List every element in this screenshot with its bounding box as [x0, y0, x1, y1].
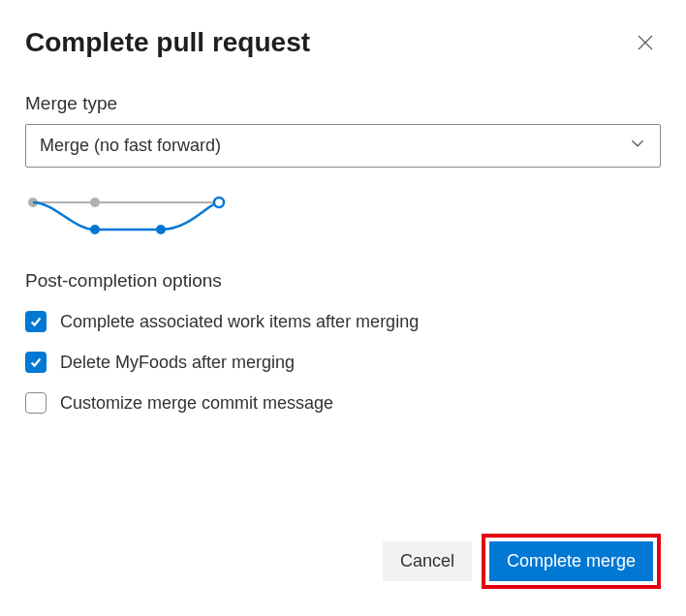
post-completion-label: Post-completion options [25, 270, 661, 292]
checkbox-delete-branch[interactable]: Delete MyFoods after merging [25, 352, 661, 373]
checkbox-label: Delete MyFoods after merging [60, 353, 295, 373]
complete-merge-button[interactable]: Complete merge [489, 541, 653, 581]
checkbox-input[interactable] [25, 392, 47, 414]
merge-type-select[interactable]: Merge (no fast forward) [25, 124, 661, 168]
complete-merge-highlight: Complete merge [482, 534, 661, 589]
dialog-title: Complete pull request [25, 27, 310, 58]
chevron-down-icon [629, 135, 646, 157]
checkbox-input[interactable] [25, 311, 47, 332]
checkbox-label: Customize merge commit message [60, 393, 333, 414]
close-icon [638, 35, 653, 50]
svg-point-6 [156, 225, 166, 234]
checkbox-input[interactable] [25, 352, 47, 373]
merge-diagram [25, 191, 661, 243]
merge-type-label: Merge type [25, 93, 661, 114]
close-button[interactable] [630, 27, 661, 58]
checkbox-complete-work-items[interactable]: Complete associated work items after mer… [25, 311, 661, 332]
svg-point-7 [214, 198, 224, 207]
svg-point-4 [90, 198, 100, 207]
check-icon [29, 315, 43, 328]
checkbox-customize-message[interactable]: Customize merge commit message [25, 392, 661, 414]
svg-point-5 [90, 225, 100, 234]
merge-type-value: Merge (no fast forward) [40, 136, 221, 156]
cancel-button[interactable]: Cancel [383, 541, 472, 581]
check-icon [29, 355, 43, 369]
checkbox-label: Complete associated work items after mer… [60, 312, 419, 332]
